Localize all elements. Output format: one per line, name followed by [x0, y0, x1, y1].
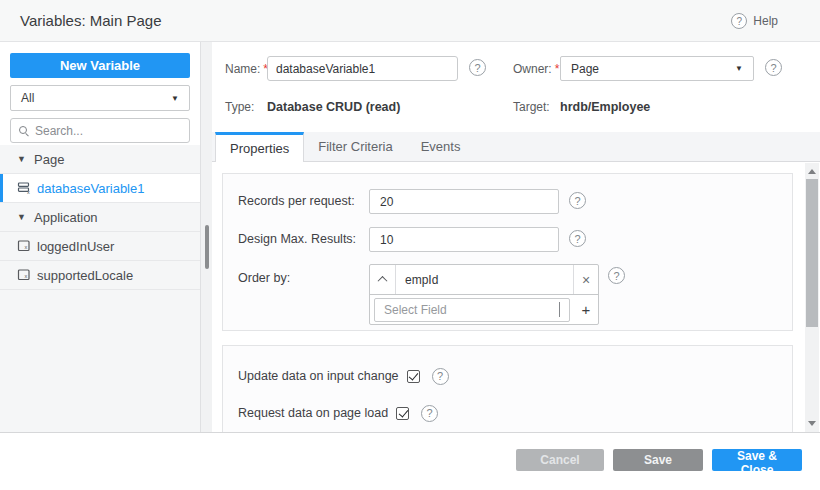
name-input[interactable] [267, 56, 458, 81]
remove-field-button[interactable]: × [573, 265, 598, 294]
content-scrollbar-thumb[interactable] [806, 179, 818, 327]
tree-group-label: Application [34, 210, 98, 225]
owner-select-value: Page [571, 62, 599, 76]
variables-sidebar: New Variable All ▼ ▼ Page x databaseVari… [0, 42, 201, 432]
page-title: Variables: Main Page [20, 12, 161, 29]
request-on-load-checkbox[interactable] [396, 407, 409, 420]
request-on-load-label: Request data on page load [238, 406, 388, 420]
order-by-widget: empId × Select Field + [369, 264, 599, 325]
search-input[interactable] [35, 124, 190, 138]
svg-text:x: x [25, 273, 28, 279]
order-by-label: Order by: [238, 271, 290, 285]
dialog-header: Variables: Main Page ? Help [0, 0, 820, 42]
design-max-help-icon[interactable]: ? [569, 230, 586, 247]
required-marker: * [555, 62, 560, 76]
request-on-load-row: Request data on page load ? [238, 404, 438, 422]
expander-caret-icon[interactable]: ▼ [17, 154, 27, 164]
variable-filter-select[interactable]: All ▼ [10, 85, 190, 111]
type-label: Type: [225, 100, 254, 114]
filter-select-value: All [21, 91, 34, 105]
tree-item-label: databaseVariable1 [37, 181, 144, 196]
type-value: Database CRUD (read) [267, 100, 400, 114]
variables-tree: ▼ Page x databaseVariable1 ▼ Application… [0, 145, 200, 432]
help-label: Help [753, 14, 778, 28]
sort-direction-button[interactable] [370, 265, 396, 294]
name-help-icon[interactable]: ? [469, 59, 486, 76]
svg-text:x: x [25, 244, 28, 250]
behavior-panel: Update data on input change ? Request da… [222, 345, 793, 432]
scroll-up-arrow-icon[interactable] [805, 165, 819, 178]
owner-label: Owner: [513, 62, 552, 76]
owner-help-icon[interactable]: ? [765, 59, 782, 76]
tree-group-page[interactable]: ▼ Page [0, 145, 200, 174]
expander-caret-icon[interactable]: ▼ [17, 212, 27, 222]
editor-tabs: Properties Filter Criteria Events [212, 132, 820, 162]
svg-text:x: x [27, 189, 30, 195]
sidebar-scrollbar-thumb[interactable] [205, 225, 209, 269]
new-variable-button[interactable]: New Variable [10, 53, 190, 78]
select-field-dropdown[interactable]: Select Field [374, 298, 570, 322]
tree-item-supportedlocale[interactable]: x supportedLocale [0, 261, 200, 290]
update-on-input-checkbox[interactable] [407, 370, 420, 383]
target-value: hrdb/Employee [560, 100, 650, 114]
variables-dialog: Variables: Main Page ? Help New Variable… [0, 0, 820, 490]
variable-icon: x [17, 268, 31, 282]
tab-filter-criteria[interactable]: Filter Criteria [304, 132, 406, 161]
caret-down-icon: ▼ [735, 64, 743, 73]
tree-item-databasevariable1[interactable]: x databaseVariable1 [0, 174, 200, 203]
name-owner-row: Name:* ? Owner:* Page ▼ ? [212, 56, 820, 82]
update-on-input-label: Update data on input change [238, 369, 399, 383]
properties-content: Records per request: ? Design Max. Resul… [212, 163, 820, 432]
scroll-down-arrow-icon[interactable] [805, 417, 819, 430]
chevron-down-icon [559, 303, 560, 317]
sidebar-scrollbar[interactable] [201, 42, 212, 432]
tree-group-application[interactable]: ▼ Application [0, 203, 200, 232]
plus-icon: + [582, 301, 591, 318]
design-max-results-input[interactable] [369, 227, 559, 252]
add-field-button[interactable]: + [574, 295, 598, 324]
close-icon: × [582, 272, 590, 288]
variable-search[interactable] [10, 118, 190, 143]
content-scrollbar[interactable] [805, 163, 819, 432]
records-help-icon[interactable]: ? [569, 192, 586, 209]
chevron-up-icon [378, 276, 388, 286]
data-settings-panel: Records per request: ? Design Max. Resul… [222, 173, 793, 331]
save-and-close-button[interactable]: Save & Close [712, 449, 802, 471]
select-field-placeholder: Select Field [384, 303, 447, 317]
dialog-footer: Cancel Save Save & Close [0, 432, 820, 490]
name-label: Name: [225, 62, 260, 76]
update-on-input-row: Update data on input change ? [238, 367, 449, 385]
request-on-load-help-icon[interactable]: ? [421, 405, 438, 422]
owner-select[interactable]: Page ▼ [560, 56, 754, 81]
tree-item-label: loggedInUser [37, 239, 114, 254]
tree-group-label: Page [34, 152, 64, 167]
add-field-row: Select Field + [370, 294, 598, 324]
cancel-button[interactable]: Cancel [516, 449, 604, 471]
help-link[interactable]: ? Help [731, 13, 778, 29]
variable-icon: x [17, 239, 31, 253]
caret-down-icon: ▼ [171, 94, 179, 103]
tab-events[interactable]: Events [407, 132, 475, 161]
type-target-row: Type: Database CRUD (read) Target: hrdb/… [212, 100, 820, 116]
search-icon [19, 126, 28, 135]
tree-item-label: supportedLocale [37, 268, 133, 283]
target-label: Target: [513, 100, 550, 114]
records-per-request-input[interactable] [369, 189, 559, 214]
order-by-help-icon[interactable]: ? [608, 267, 625, 284]
tab-properties[interactable]: Properties [215, 132, 304, 162]
tree-item-loggedinuser[interactable]: x loggedInUser [0, 232, 200, 261]
order-by-field-value: empId [396, 265, 573, 294]
records-per-request-label: Records per request: [238, 194, 355, 208]
design-max-results-label: Design Max. Results: [238, 232, 356, 246]
update-on-input-help-icon[interactable]: ? [432, 368, 449, 385]
order-by-row: empId × [370, 265, 598, 294]
database-variable-icon: x [17, 181, 31, 195]
help-circle-icon: ? [731, 13, 747, 29]
variable-editor: Name:* ? Owner:* Page ▼ ? Type: Database… [212, 42, 820, 432]
save-button[interactable]: Save [613, 449, 703, 471]
